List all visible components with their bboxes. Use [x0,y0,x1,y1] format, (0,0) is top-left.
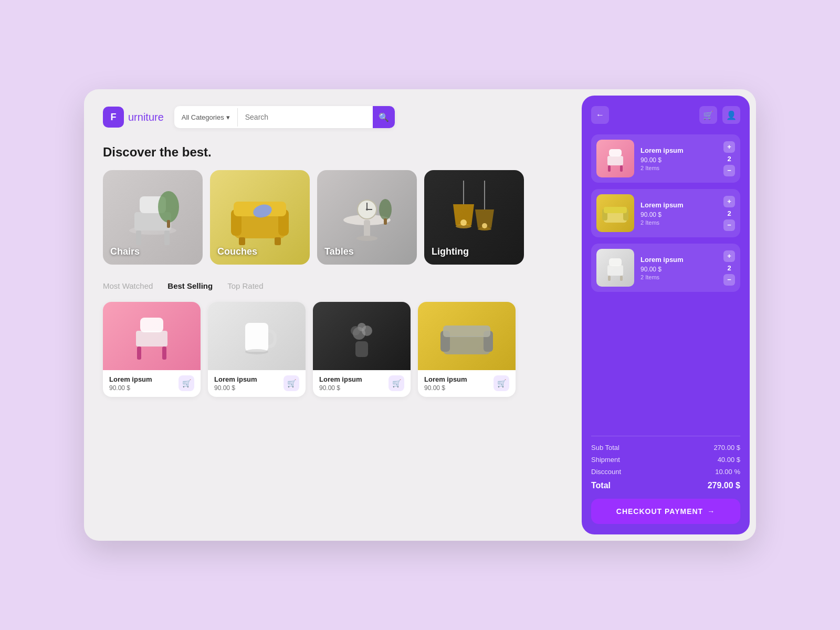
cart-item-price-3: 90.00 $ [640,266,717,273]
cart-item-qty-label-3: 2 Items [640,274,717,280]
category-card-chairs[interactable]: Chairs [103,170,203,265]
products-grid: Lorem ipsum 90.00 $ 🛒 Lo [103,302,563,397]
cart-icon-button[interactable]: 🛒 [699,106,717,124]
add-to-cart-3[interactable]: 🛒 [388,375,404,391]
svg-point-41 [351,326,360,335]
shipment-label: Shipment [591,456,620,464]
total-label: Total [591,481,611,490]
sub-total-label: Sub Total [591,444,620,452]
search-input[interactable] [238,108,373,127]
product-price-3: 90.00 $ [319,384,362,392]
product-info-2: Lorem ipsum 90.00 $ 🛒 [208,370,306,397]
svg-rect-31 [136,331,167,346]
tab-most-watched[interactable]: Most Watched [103,281,153,292]
discount-value: 10.00 % [715,468,740,476]
svg-rect-3 [136,230,141,245]
shipment-value: 40.00 $ [718,456,740,464]
profile-icon-button[interactable]: 👤 [722,106,740,124]
qty-decrease-3[interactable]: − [723,274,735,286]
svg-rect-53 [604,207,627,213]
cart-item-info-2: Lorem ipsum 90.00 $ 2 Items [640,201,717,226]
svg-rect-12 [275,237,281,245]
cart-nav-right: 🛒 👤 [699,106,740,124]
svg-rect-48 [608,165,611,172]
svg-rect-34 [162,346,166,360]
cart-items-list: Lorem ipsum 90.00 $ 2 Items + 2 − [591,134,740,427]
checkout-label: CHECKOUT PAYMENT [616,507,703,516]
qty-controls-1: + 2 − [723,141,735,176]
svg-point-26 [460,219,467,226]
total-row: Total 279.00 $ [591,481,740,490]
product-name-3: Lorem ipsum [319,375,362,383]
svg-point-16 [356,236,377,241]
svg-point-21 [379,199,392,220]
total-value: 279.00 $ [708,481,740,490]
qty-decrease-1[interactable]: − [723,165,735,176]
qty-increase-2[interactable]: + [723,196,735,207]
qty-increase-3[interactable]: + [723,250,735,262]
add-to-cart-2[interactable]: 🛒 [284,375,299,391]
product-price-2: 90.00 $ [214,384,257,392]
cart-item-2: Lorem ipsum 90.00 $ 2 Items + 2 − [591,189,740,237]
svg-rect-35 [245,323,268,352]
svg-rect-45 [443,326,490,337]
tab-best-selling[interactable]: Best Selling [167,281,213,292]
product-card-4[interactable]: Lorem ipsum 90.00 $ 🛒 [418,302,516,397]
product-info-4: Lorem ipsum 90.00 $ 🛒 [418,370,516,397]
search-button[interactable]: 🔍 [373,106,395,128]
product-card-2[interactable]: Lorem ipsum 90.00 $ 🛒 [208,302,306,397]
svg-rect-54 [607,265,623,276]
category-card-couches[interactable]: Couches [210,170,310,265]
discount-row: Disccount 10.00 % [591,468,740,476]
product-img-4 [418,302,516,370]
svg-rect-49 [620,165,623,172]
cart-item-name-3: Lorem ipsum [640,256,717,264]
chairs-label: Chairs [110,246,140,257]
product-card-1[interactable]: Lorem ipsum 90.00 $ 🛒 [103,302,201,397]
cart-header: ← 🛒 👤 [591,106,740,124]
tables-label: Tables [324,246,354,257]
category-selector[interactable]: All Categories ▾ [174,108,238,127]
svg-rect-55 [609,258,622,266]
category-card-lighting[interactable]: Lighting [424,170,524,265]
app-screen: F urniture All Categories ▾ 🔍 Discover t… [84,89,756,541]
chevron-down-icon: ▾ [226,113,230,121]
cart-item-info-3: Lorem ipsum 90.00 $ 2 Items [640,256,717,280]
table-illustration [330,181,404,254]
svg-rect-47 [609,149,622,156]
checkout-button[interactable]: CHECKOUT PAYMENT → [591,499,740,524]
search-bar: All Categories ▾ 🔍 [174,106,395,128]
cart-item-price-2: 90.00 $ [640,211,717,218]
main-content: F urniture All Categories ▾ 🔍 Discover t… [84,89,582,541]
product-price-1: 90.00 $ [109,384,152,392]
product-price-4: 90.00 $ [424,384,467,392]
cart-item-1: Lorem ipsum 90.00 $ 2 Items + 2 − [591,134,740,183]
cart-item-name-1: Lorem ipsum [640,146,717,154]
checkout-arrow-icon: → [707,507,715,516]
back-button[interactable]: ← [591,106,609,124]
logo-text: urniture [128,111,164,123]
cart-item-img-3 [596,249,634,287]
product-info-1: Lorem ipsum 90.00 $ 🛒 [103,370,201,397]
sub-total-value: 270.00 $ [713,444,740,452]
qty-decrease-2[interactable]: − [723,219,735,231]
discover-title: Discover the best. [103,145,563,160]
lighting-label: Lighting [432,246,469,257]
add-to-cart-1[interactable]: 🛒 [178,375,194,391]
product-img-1 [103,302,201,370]
product-card-3[interactable]: Lorem ipsum 90.00 $ 🛒 [313,302,411,397]
header: F urniture All Categories ▾ 🔍 [103,106,563,128]
svg-rect-22 [384,218,387,225]
qty-number-2: 2 [727,209,731,217]
add-to-cart-4[interactable]: 🛒 [494,375,509,391]
category-card-tables[interactable]: Tables [317,170,417,265]
product-flowers-svg [330,307,393,365]
cart-item-info-1: Lorem ipsum 90.00 $ 2 Items [640,146,717,171]
qty-increase-1[interactable]: + [723,141,735,153]
cart-item-qty-label-2: 2 Items [640,219,717,226]
cart-item-3: Lorem ipsum 90.00 $ 2 Items + 2 − [591,244,740,292]
qty-number-1: 2 [727,155,731,163]
logo-box: F [103,107,124,128]
svg-point-36 [245,349,268,354]
tab-top-rated[interactable]: Top Rated [227,281,263,292]
